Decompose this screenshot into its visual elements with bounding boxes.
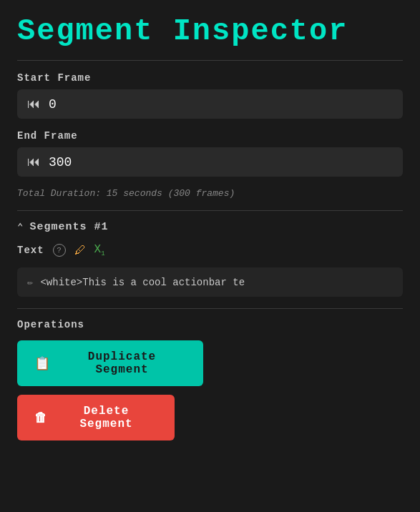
delete-icon: 🗑	[34, 410, 48, 425]
subscript-x-icon[interactable]: X1	[94, 243, 105, 257]
start-frame-label: Start Frame	[17, 72, 403, 84]
segments-section: ⌃ Segments #1 Text ? 🖊 X1 ✏ <white>This …	[17, 210, 403, 297]
operations-divider	[17, 308, 403, 309]
delete-button-label: Delete Segment	[55, 405, 157, 430]
duplicate-segment-button[interactable]: 📋 Duplicate Segment	[17, 340, 203, 386]
help-icon[interactable]: ?	[53, 244, 66, 257]
text-content-row: ✏ <white>This is a cool actionbar te	[17, 267, 403, 297]
duplicate-button-label: Duplicate Segment	[58, 350, 186, 376]
text-content-value: <white>This is a cool actionbar te	[40, 277, 245, 288]
edit-pencil-icon[interactable]: 🖊	[74, 244, 86, 257]
text-field-label: Text	[17, 245, 44, 256]
end-frame-label: End Frame	[17, 130, 403, 142]
chevron-up-icon: ⌃	[17, 221, 24, 233]
start-frame-row: ⏮ 0	[17, 89, 403, 119]
end-frame-skip-icon[interactable]: ⏮	[27, 154, 40, 169]
segments-header[interactable]: ⌃ Segments #1	[17, 221, 403, 233]
duplicate-icon: 📋	[34, 355, 51, 371]
total-duration-text: Total Duration: 15 seconds (300 frames)	[17, 188, 403, 199]
text-content-pencil-icon: ✏	[27, 276, 33, 288]
start-frame-value: 0	[49, 97, 57, 112]
operations-label: Operations	[17, 319, 403, 330]
segments-header-label: Segments #1	[29, 221, 108, 233]
delete-segment-button[interactable]: 🗑 Delete Segment	[17, 395, 175, 440]
text-row: Text ? 🖊 X1	[17, 243, 403, 257]
end-frame-value: 300	[49, 155, 72, 169]
start-frame-skip-icon[interactable]: ⏮	[27, 97, 40, 112]
title-divider	[17, 60, 403, 61]
page-title: Segment Inspector	[17, 14, 403, 49]
page-container: Segment Inspector Start Frame ⏮ 0 End Fr…	[0, 0, 420, 512]
end-frame-row: ⏮ 300	[17, 147, 403, 177]
